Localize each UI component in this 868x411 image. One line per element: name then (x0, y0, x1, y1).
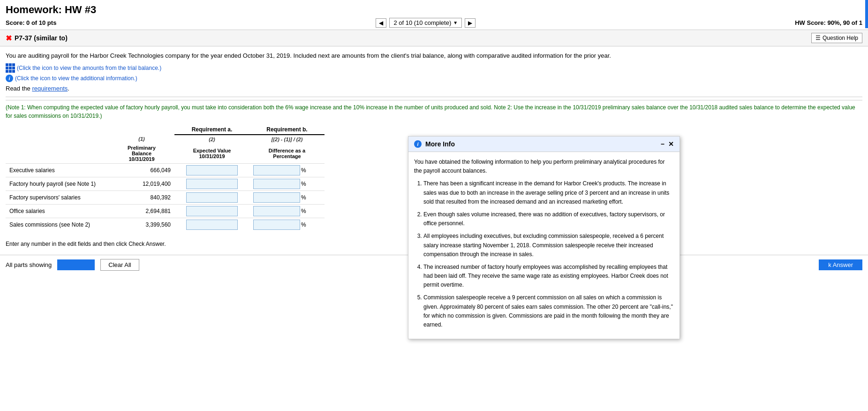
pct-sign-3: % (301, 208, 306, 214)
nav-dropdown-icon: ▼ (453, 20, 458, 25)
nav-next-button[interactable]: ▶ (465, 18, 476, 28)
expected-input-4[interactable] (186, 220, 238, 230)
list-icon: ☰ (815, 35, 821, 41)
row-diff-cell-3[interactable]: % (249, 204, 325, 218)
modal-list-item: Commission salespeople receive a 9 perce… (423, 293, 674, 329)
diff-input-3[interactable] (253, 206, 300, 216)
table-row: Office salaries 2,694,881 % (6, 204, 325, 218)
col2-title: Expected Value 10/31/2019 (174, 144, 249, 164)
pct-sign-1: % (301, 181, 306, 187)
row-expected-cell-3[interactable] (174, 204, 249, 218)
sub-col1: (1) (109, 135, 174, 144)
diff-input-0[interactable] (253, 165, 300, 175)
intro-text: You are auditing payroll for the Harbor … (6, 51, 862, 61)
top-right-indicator (865, 0, 868, 28)
clear-all-button[interactable]: Clear All (100, 259, 139, 271)
req-a-header: Requirement a. (174, 125, 249, 135)
row-diff-cell-2[interactable]: % (249, 190, 325, 204)
sub-col2: (2) (174, 135, 249, 144)
modal-list-item: There has been a significant increase in… (423, 179, 674, 206)
row-label-2: Factory supervisors' salaries (6, 190, 109, 204)
more-info-modal: i More Info − ✕ You have obtained the fo… (408, 136, 680, 339)
row-prelim-3: 2,694,881 (109, 204, 174, 218)
row-prelim-1: 12,019,400 (109, 177, 174, 190)
pct-sign-2: % (301, 194, 306, 201)
expected-input-3[interactable] (186, 206, 238, 216)
row-expected-cell-1[interactable] (174, 177, 249, 190)
modal-info-icon: i (414, 140, 422, 148)
row-prelim-2: 840,392 (109, 190, 174, 204)
expected-input-1[interactable] (186, 179, 238, 189)
row-expected-cell-0[interactable] (174, 163, 249, 177)
diff-input-2[interactable] (253, 192, 300, 203)
nav-info-text: 2 of 10 (10 complete) (393, 19, 451, 26)
question-help-button[interactable]: ☰ Question Help (811, 33, 862, 43)
row-prelim-4: 3,399,560 (109, 218, 174, 231)
modal-title: More Info (425, 140, 455, 148)
table-row: Factory supervisors' salaries 840,392 % (6, 190, 325, 204)
diff-input-1[interactable] (253, 179, 300, 189)
row-diff-cell-0[interactable]: % (249, 163, 325, 177)
expected-input-2[interactable] (186, 192, 238, 203)
row-diff-cell-4[interactable]: % (249, 218, 325, 231)
row-prelim-0: 666,049 (109, 163, 174, 177)
row-label-3: Office salaries (6, 204, 109, 218)
parts-showing-button[interactable] (57, 259, 95, 270)
row-label-1: Factory hourly payroll (see Note 1) (6, 177, 109, 190)
requirements-link[interactable]: requirements (32, 85, 68, 92)
nav-prev-button[interactable]: ◀ (376, 18, 386, 28)
requirements-line: Read the requirements. (6, 85, 862, 92)
req-b-header: Requirement b. (249, 125, 325, 135)
table-row: Executive salaries 666,049 % (6, 163, 325, 177)
all-parts-label: All parts showing (6, 261, 52, 268)
col1-title: Preliminary Balance 10/31/2019 (109, 144, 174, 164)
table-row: Factory hourly payroll (see Note 1) 12,0… (6, 177, 325, 190)
additional-info-link[interactable]: i (Click the icon to view the additional… (6, 75, 862, 82)
question-id-text: P7-37 (similar to) (15, 34, 68, 42)
pct-sign-0: % (301, 167, 306, 174)
col3-title: Difference as a Percentage (249, 144, 325, 164)
grid-icon (6, 63, 15, 73)
row-diff-cell-1[interactable]: % (249, 177, 325, 190)
close-icon[interactable]: ✖ (6, 34, 12, 43)
row-label-4: Sales commissions (see Note 2) (6, 218, 109, 231)
modal-list-item: Even though sales volume increased, ther… (423, 210, 674, 228)
expected-input-0[interactable] (186, 165, 238, 175)
note-text: (Note 1: When computing the expected val… (6, 100, 862, 120)
modal-list-item: All employees including executives, but … (423, 232, 674, 259)
score-label: Score: 0 of 10 pts (6, 19, 56, 26)
modal-list-item: The increased number of factory hourly e… (423, 263, 674, 290)
row-expected-cell-2[interactable] (174, 190, 249, 204)
check-answer-button[interactable]: k Answer (819, 259, 862, 270)
trial-balance-link[interactable]: (Click the icon to view the amounts from… (6, 63, 862, 73)
modal-header: i More Info − ✕ (408, 137, 679, 152)
hw-score: HW Score: 90%, 90 of 1 (795, 19, 862, 26)
diff-input-4[interactable] (253, 220, 300, 230)
modal-minimize-button[interactable]: − (661, 140, 664, 148)
pct-sign-4: % (301, 221, 306, 228)
page-title: Homework: HW #3 (6, 4, 862, 16)
info-circle-icon: i (6, 75, 13, 82)
modal-body: You have obtained the following informat… (408, 152, 679, 339)
modal-list: There has been a significant increase in… (423, 179, 674, 329)
modal-close-button[interactable]: ✕ (668, 140, 674, 148)
sub-col3: [(2) - (1)] / (2) (249, 135, 325, 144)
table-row: Sales commissions (see Note 2) 3,399,560… (6, 218, 325, 231)
row-label-0: Executive salaries (6, 163, 109, 177)
row-expected-cell-4[interactable] (174, 218, 249, 231)
